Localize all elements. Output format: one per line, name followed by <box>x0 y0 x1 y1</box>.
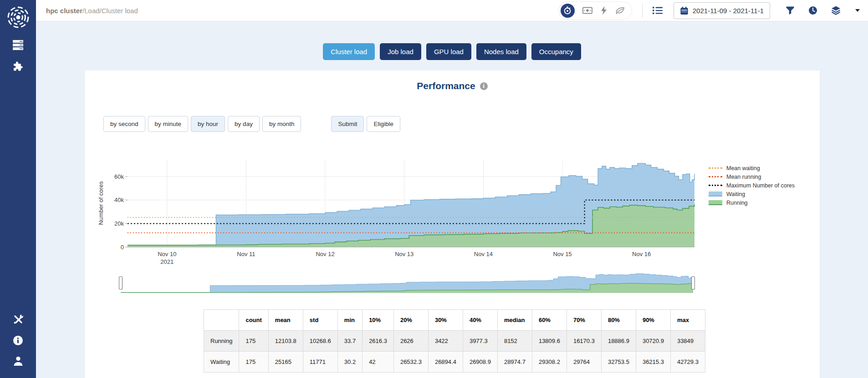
button-by-second[interactable]: by second <box>103 116 145 132</box>
table-cell: 11771 <box>303 352 337 373</box>
tab-cluster-load[interactable]: Cluster load <box>323 43 375 60</box>
date-range-picker[interactable]: 2021-11-09 - 2021-11-1 <box>674 2 770 19</box>
legend-item-mean-waiting[interactable]: Mean waiting <box>709 164 818 172</box>
time-button[interactable] <box>808 6 817 15</box>
info-icon <box>13 335 23 346</box>
table-cell: 25165 <box>268 352 303 373</box>
granularity-controls: by secondby minuteby hourby dayby month … <box>103 116 400 132</box>
lightning-icon <box>600 6 608 15</box>
legend-label: Waiting <box>726 191 745 197</box>
button-eligible[interactable]: Eligible <box>367 116 400 132</box>
tab-gpu-load[interactable]: GPU load <box>426 43 471 60</box>
legend-item-running[interactable]: Running <box>709 198 818 207</box>
table-cell: 10268.6 <box>303 331 337 352</box>
y-axis-label: Number of cores <box>97 174 104 233</box>
button-by-day[interactable]: by day <box>228 116 260 132</box>
range-navigator[interactable] <box>119 272 695 294</box>
table-cell: 29764 <box>567 352 601 373</box>
tab-nodes-load[interactable]: Nodes load <box>476 43 526 60</box>
logo-icon <box>6 5 30 29</box>
navigator-handle[interactable] <box>119 277 123 289</box>
navigator-svg[interactable] <box>119 272 695 294</box>
table-cell: 26894.4 <box>428 352 463 373</box>
col-header-40-: 40% <box>463 310 497 331</box>
puzzle-icon <box>13 61 23 71</box>
sidebar-item-plugins[interactable] <box>0 55 36 76</box>
col-header-10-: 10% <box>363 310 394 331</box>
list-view-button[interactable] <box>653 6 663 15</box>
sidebar-item-servers[interactable] <box>0 35 36 55</box>
table-cell: 8152 <box>497 331 532 352</box>
col-header-min: min <box>337 310 362 331</box>
table-cell: 28974.7 <box>497 352 532 373</box>
layers-icon <box>831 6 841 15</box>
filter-button[interactable] <box>786 6 795 15</box>
col-header-80-: 80% <box>601 310 636 331</box>
col-header-count: count <box>239 310 268 331</box>
table-cell: 30.2 <box>337 352 362 373</box>
main-chart-svg[interactable]: 020k40k60kNov 102021Nov 11Nov 12Nov 13No… <box>101 156 697 267</box>
button-by-hour[interactable]: by hour <box>191 116 225 132</box>
tab-occupancy[interactable]: Occupancy <box>531 43 581 60</box>
legend-swatch <box>709 192 722 197</box>
col-header-60-: 60% <box>532 310 567 331</box>
table-cell: 2626 <box>393 331 428 352</box>
eco-view-button[interactable] <box>615 6 625 15</box>
row-label: Waiting <box>204 352 239 373</box>
button-by-month[interactable]: by month <box>262 116 301 132</box>
col-header-30-: 30% <box>428 310 463 331</box>
app-logo[interactable] <box>0 0 36 35</box>
energy-view-button[interactable] <box>600 6 608 15</box>
svg-text:20k: 20k <box>114 220 124 227</box>
legend-swatch <box>709 185 722 186</box>
table-cell: 26532.3 <box>393 352 428 373</box>
legend-item-maximum-number-of-cores[interactable]: Maximum Number of cores <box>709 181 818 190</box>
col-header-70-: 70% <box>567 310 601 331</box>
main-chart[interactable]: Number of cores 020k40k60kNov 102021Nov … <box>101 156 697 267</box>
title-info-icon[interactable]: i <box>480 82 488 90</box>
svg-text:60k: 60k <box>114 173 124 180</box>
table-cell: 13809.6 <box>532 331 567 352</box>
svg-text:0: 0 <box>121 244 124 251</box>
table-header-row: countmeanstdmin10%20%30%40%median60%70%8… <box>204 310 705 331</box>
sidebar-item-tools[interactable] <box>0 309 36 330</box>
sidebar-item-info[interactable] <box>0 330 36 351</box>
row-label: Running <box>204 331 239 352</box>
legend-swatch <box>709 200 722 205</box>
stats-table: countmeanstdmin10%20%30%40%median60%70%8… <box>204 309 705 373</box>
legend-item-waiting[interactable]: Waiting <box>709 190 818 198</box>
table-cell: 30720.9 <box>636 331 670 352</box>
breadcrumb: hpc cluster/Load/Cluster load <box>46 7 138 15</box>
layers-button[interactable] <box>831 6 841 15</box>
svg-text:Nov 16: Nov 16 <box>632 251 651 257</box>
col-header-std: std <box>303 310 337 331</box>
legend-item-mean-running[interactable]: Mean running <box>709 172 818 181</box>
legend-label: Maximum Number of cores <box>726 182 795 189</box>
header-divider <box>642 3 643 18</box>
filter-icon <box>786 6 795 15</box>
stats-table-wrap: countmeanstdmin10%20%30%40%median60%70%8… <box>204 309 705 373</box>
caret-down-icon[interactable] <box>855 9 860 12</box>
sidebar-item-user[interactable] <box>0 351 36 372</box>
date-range-value: 2021-11-09 - 2021-11-1 <box>693 7 764 15</box>
cost-view-button[interactable] <box>582 7 592 14</box>
svg-text:Nov 11: Nov 11 <box>237 251 255 257</box>
navigator-handle[interactable] <box>692 277 695 289</box>
table-cell: 12103.8 <box>268 331 303 352</box>
col-header-90-: 90% <box>636 310 670 331</box>
legend-swatch <box>709 167 722 169</box>
stopwatch-icon <box>563 6 572 15</box>
legend-swatch <box>709 176 722 177</box>
button-submit[interactable]: Submit <box>331 116 364 132</box>
svg-text:Nov 12: Nov 12 <box>316 251 334 257</box>
table-cell: 42 <box>363 352 394 373</box>
button-by-minute[interactable]: by minute <box>148 116 189 132</box>
tab-job-load[interactable]: Job load <box>380 43 421 60</box>
load-tabs: Cluster loadJob loadGPU loadNodes loadOc… <box>36 43 868 60</box>
table-cell: 32753.5 <box>601 352 636 373</box>
stopwatch-view-button[interactable] <box>561 4 575 18</box>
col-header-20-: 20% <box>393 310 428 331</box>
breadcrumb-root[interactable]: hpc cluster <box>46 7 82 15</box>
col-header-blank <box>204 310 239 331</box>
tools-icon <box>13 314 24 325</box>
